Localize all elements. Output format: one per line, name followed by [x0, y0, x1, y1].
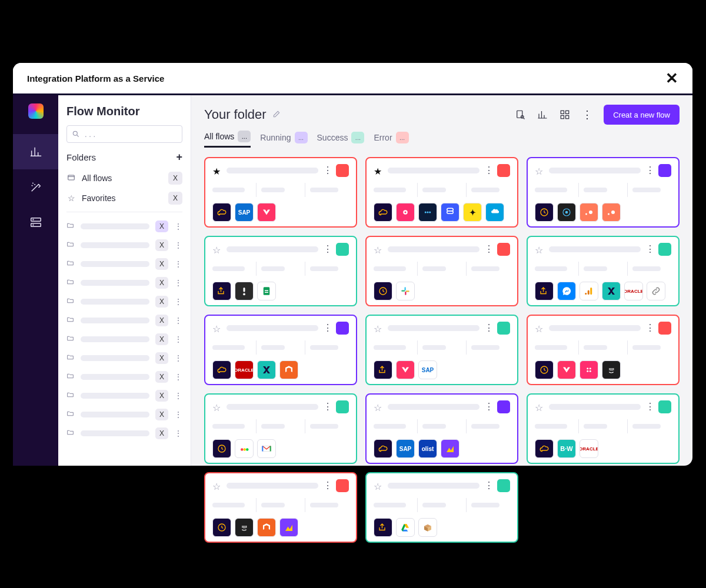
favorite-icon[interactable]: ★ — [374, 166, 383, 175]
card-more-icon[interactable]: ⋮ — [645, 166, 654, 175]
flow-card[interactable]: ☆ ⋮ — [365, 472, 518, 543]
card-more-icon[interactable]: ⋮ — [645, 402, 654, 412]
rail-magic[interactable] — [13, 169, 58, 205]
tab-error[interactable]: Error ... — [374, 132, 408, 147]
add-folder-icon[interactable]: + — [176, 151, 182, 163]
flow-card[interactable]: ★ ⋮ SAP — [204, 157, 357, 228]
edit-icon[interactable] — [272, 110, 281, 120]
favorite-icon[interactable]: ☆ — [535, 166, 544, 175]
favorite-icon[interactable]: ☆ — [374, 481, 383, 490]
card-more-icon[interactable]: ⋮ — [484, 323, 492, 333]
sidebar-subfolder[interactable]: X ⋮ — [66, 255, 182, 273]
favorite-icon[interactable]: ☆ — [374, 245, 383, 254]
flow-card[interactable]: ☆ ⋮ ORACLE — [527, 236, 680, 306]
folder-name-placeholder — [81, 336, 149, 342]
favorite-icon[interactable]: ☆ — [535, 245, 544, 254]
close-icon[interactable]: ✕ — [665, 69, 678, 88]
card-apps — [374, 282, 510, 300]
card-more-icon[interactable]: ⋮ — [323, 166, 331, 175]
card-more-icon[interactable]: ⋮ — [323, 481, 331, 490]
flow-card[interactable]: ☆ ⋮ — [527, 315, 680, 385]
sidebar-subfolder[interactable]: X ⋮ — [66, 273, 182, 292]
sidebar-subfolder[interactable]: X ⋮ — [66, 349, 182, 368]
folder-more-icon[interactable]: ⋮ — [174, 222, 182, 231]
rail-monitor[interactable] — [13, 134, 58, 169]
folder-more-icon[interactable]: ⋮ — [174, 335, 182, 344]
flow-card[interactable]: ☆ ⋮ SAPolist — [365, 393, 518, 464]
new-flow-button[interactable]: Creat a new flow — [604, 105, 680, 125]
folder-more-icon[interactable]: ⋮ — [174, 259, 182, 269]
sidebar-subfolder[interactable]: X ⋮ — [66, 311, 182, 330]
sidebar-subfolder[interactable]: X ⋮ — [66, 217, 182, 236]
sidebar-subfolder[interactable]: X ⋮ — [66, 386, 182, 405]
folder-more-icon[interactable]: ⋮ — [174, 410, 182, 419]
sidebar-subfolder[interactable]: X ⋮ — [66, 368, 182, 386]
folder-more-icon[interactable]: ⋮ — [174, 353, 182, 363]
favorite-icon[interactable]: ☆ — [212, 481, 222, 490]
folder-name-placeholder — [81, 355, 149, 361]
card-stats — [212, 340, 349, 355]
flow-card[interactable]: ★ ⋮ ✦ — [365, 157, 518, 228]
card-more-icon[interactable]: ⋮ — [645, 245, 654, 254]
sidebar-item-allflows[interactable]: All flows X — [66, 168, 182, 188]
favorite-icon[interactable]: ☆ — [535, 402, 544, 412]
sidebar-subfolder[interactable]: X ⋮ — [66, 405, 182, 424]
flow-card[interactable]: ☆ ⋮ — [204, 472, 357, 543]
svg-point-16 — [427, 212, 429, 213]
card-more-icon[interactable]: ⋮ — [323, 245, 331, 254]
card-title-placeholder — [227, 168, 318, 173]
sidebar-item-count: X — [168, 192, 182, 205]
favorite-icon[interactable]: ☆ — [535, 323, 544, 333]
sidebar-item-favorites[interactable]: ☆ Favorites X — [66, 188, 182, 208]
favorite-icon[interactable]: ☆ — [212, 402, 222, 412]
sidebar-subfolder[interactable]: X ⋮ — [66, 330, 182, 349]
favorite-icon[interactable]: ☆ — [212, 323, 222, 333]
folder-more-icon[interactable]: ⋮ — [174, 316, 182, 325]
card-more-icon[interactable]: ⋮ — [484, 166, 492, 175]
flow-card[interactable]: ☆ ⋮ — [365, 236, 518, 306]
grid-icon[interactable] — [559, 109, 571, 121]
tab-all-flows[interactable]: All flows ... — [204, 131, 251, 148]
flow-card[interactable]: ☆ ⋮ B·WORACLE — [527, 393, 680, 464]
folder-more-icon[interactable]: ⋮ — [174, 391, 182, 400]
favorite-icon[interactable]: ★ — [212, 166, 222, 175]
flow-card[interactable]: ☆ ⋮ — [204, 393, 357, 464]
card-more-icon[interactable]: ⋮ — [323, 402, 331, 412]
card-header: ☆ ⋮ — [374, 479, 510, 492]
tab-count-chip: ... — [238, 131, 251, 142]
card-more-icon[interactable]: ⋮ — [323, 323, 331, 333]
clock-icon — [374, 282, 392, 300]
tab-running[interactable]: Running ... — [260, 132, 307, 147]
folder-more-icon[interactable]: ⋮ — [174, 429, 182, 438]
card-more-icon[interactable]: ⋮ — [645, 323, 654, 333]
folder-more-icon[interactable]: ⋮ — [174, 297, 182, 306]
flow-card[interactable]: ☆ ⋮ — [204, 236, 357, 306]
card-title-placeholder — [227, 246, 318, 252]
card-title-placeholder — [549, 168, 641, 173]
flow-card[interactable]: ☆ ⋮ — [527, 157, 680, 228]
favorite-icon[interactable]: ☆ — [212, 245, 222, 254]
chart-icon[interactable] — [537, 109, 548, 121]
card-stats — [374, 183, 510, 197]
oraclecc-icon: ORACLE — [580, 439, 598, 458]
sidebar-subfolder[interactable]: X ⋮ — [66, 424, 182, 443]
folder-more-icon[interactable]: ⋮ — [174, 372, 182, 382]
folder-more-icon[interactable]: ⋮ — [174, 240, 182, 250]
card-more-icon[interactable]: ⋮ — [484, 481, 492, 490]
more-icon[interactable]: ⋮ — [581, 109, 593, 121]
card-more-icon[interactable]: ⋮ — [484, 402, 492, 412]
status-badge — [658, 243, 671, 256]
favorite-icon[interactable]: ☆ — [374, 402, 383, 412]
card-more-icon[interactable]: ⋮ — [484, 245, 492, 254]
folder-count: X — [155, 239, 168, 251]
flow-card[interactable]: ☆ ⋮ ORACLE — [204, 315, 357, 385]
search-doc-icon[interactable] — [514, 109, 526, 121]
folder-more-icon[interactable]: ⋮ — [174, 278, 182, 288]
favorite-icon[interactable]: ☆ — [374, 323, 383, 333]
sidebar-subfolder[interactable]: X ⋮ — [66, 236, 182, 255]
sidebar-subfolder[interactable]: X ⋮ — [66, 292, 182, 311]
tab-success[interactable]: Success ... — [317, 132, 365, 147]
search-input[interactable]: . . . — [66, 125, 182, 143]
rail-database[interactable] — [13, 205, 58, 240]
flow-card[interactable]: ☆ ⋮ SAP — [365, 315, 518, 385]
